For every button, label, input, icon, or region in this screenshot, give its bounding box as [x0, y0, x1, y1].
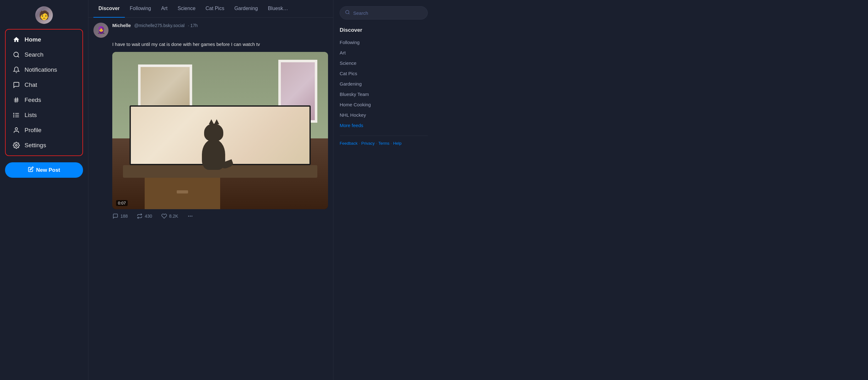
post-author-handle: @michelle275.bsky.social	[134, 23, 185, 28]
more-feeds-link[interactable]: More feeds	[340, 120, 428, 130]
profile-icon	[12, 126, 20, 134]
feed-item-gardening[interactable]: Gardening	[340, 79, 428, 89]
feed-item-catpics[interactable]: Cat Pics	[340, 68, 428, 79]
sidebar-item-label-profile: Profile	[25, 127, 41, 134]
search-icon-right	[345, 10, 350, 16]
svg-point-15	[190, 215, 191, 216]
terms-link[interactable]: Terms	[378, 141, 389, 146]
sidebar-item-notifications[interactable]: Notifications	[8, 62, 80, 78]
repost-button[interactable]: 430	[136, 213, 152, 219]
post-container: 🧕 Michelle @michelle275.bsky.social · 17…	[88, 18, 333, 228]
tab-art[interactable]: Art	[156, 0, 172, 18]
svg-line-4	[15, 97, 16, 103]
tab-bluesky[interactable]: Bluesk…	[263, 0, 293, 18]
comment-count: 188	[120, 213, 128, 218]
tab-gardening[interactable]: Gardening	[229, 0, 263, 18]
post-image[interactable]: 0:07	[112, 52, 328, 209]
privacy-link[interactable]: Privacy	[361, 141, 375, 146]
more-button[interactable]	[187, 213, 193, 219]
feed-label-nhl-hockey: NHL Hockey	[340, 112, 366, 118]
sidebar-item-feeds[interactable]: Feeds	[8, 92, 80, 108]
comment-icon	[112, 213, 119, 219]
svg-point-11	[13, 117, 14, 117]
cat-ear-right	[214, 119, 219, 124]
sidebar-item-label-chat: Chat	[25, 82, 37, 88]
repost-icon	[136, 213, 143, 219]
avatar[interactable]: 🧑	[35, 6, 53, 24]
more-icon	[187, 213, 193, 219]
heart-icon	[161, 213, 167, 219]
sidebar-item-settings[interactable]: Settings	[8, 138, 80, 153]
tab-discover-label: Discover	[98, 6, 120, 11]
new-post-button[interactable]: New Post	[5, 162, 83, 178]
tab-gardening-label: Gardening	[234, 6, 258, 11]
cabinet-handle	[177, 190, 188, 194]
tab-science-label: Science	[178, 6, 196, 11]
feed-label-science: Science	[340, 60, 356, 66]
svg-point-13	[16, 144, 17, 146]
sidebar-item-label-home: Home	[25, 36, 41, 43]
video-timestamp: 0:07	[116, 200, 128, 206]
feed-item-art[interactable]: Art	[340, 48, 428, 58]
tab-following[interactable]: Following	[125, 0, 156, 18]
feed-label-bluesky-team: Bluesky Team	[340, 91, 369, 97]
svg-point-17	[346, 10, 349, 14]
hash-icon	[12, 96, 20, 104]
sidebar-item-label-lists: Lists	[25, 112, 37, 119]
feeds-section: Discover Following Art Science Cat Pics …	[340, 27, 428, 130]
feed-label-catpics: Cat Pics	[340, 71, 357, 76]
svg-line-5	[17, 97, 18, 103]
feed-item-bluesky-team[interactable]: Bluesky Team	[340, 89, 428, 99]
lists-icon	[12, 111, 20, 119]
svg-point-10	[13, 115, 14, 115]
feed-item-science[interactable]: Science	[340, 58, 428, 68]
feedback-link[interactable]: Feedback	[340, 141, 358, 146]
search-box[interactable]	[340, 6, 428, 20]
feeds-title: Discover	[340, 27, 428, 33]
compose-icon	[28, 167, 34, 174]
search-input[interactable]	[353, 10, 422, 16]
tab-catpics[interactable]: Cat Pics	[200, 0, 229, 18]
feed-label-home-cooking: Home Cooking	[340, 102, 371, 107]
svg-line-18	[348, 13, 349, 14]
like-count: 8.2K	[169, 213, 178, 218]
chat-icon	[12, 81, 20, 89]
bell-icon	[12, 66, 20, 74]
more-feeds-label: More feeds	[340, 123, 363, 128]
nav-menu: Home Search Notifications	[5, 29, 83, 156]
cat-silhouette	[194, 126, 233, 170]
tab-following-label: Following	[130, 6, 151, 11]
svg-point-0	[14, 52, 19, 57]
like-button[interactable]: 8.2K	[161, 213, 178, 219]
sidebar-item-profile[interactable]: Profile	[8, 123, 80, 138]
sidebar-item-label-notifications: Notifications	[25, 66, 57, 73]
sidebar-item-home[interactable]: Home	[8, 32, 80, 47]
sidebar-item-label-settings: Settings	[25, 142, 46, 149]
post-time: 17h	[190, 23, 197, 28]
tab-catpics-label: Cat Pics	[206, 6, 224, 11]
post-actions: 188 430 8.2K	[93, 209, 328, 223]
feed-label-gardening: Gardening	[340, 81, 362, 87]
video-player[interactable]: 0:07	[112, 52, 328, 209]
svg-point-16	[191, 215, 192, 216]
tab-discover[interactable]: Discover	[93, 0, 125, 18]
sidebar-item-chat[interactable]: Chat	[8, 78, 80, 92]
sidebar-item-lists[interactable]: Lists	[8, 108, 80, 123]
tab-bluesky-label: Bluesk…	[268, 6, 288, 11]
comment-button[interactable]: 188	[112, 213, 128, 219]
post-header: 🧕 Michelle @michelle275.bsky.social · 17…	[93, 23, 328, 38]
feed-item-nhl-hockey[interactable]: NHL Hockey	[340, 110, 428, 120]
feed-item-following[interactable]: Following	[340, 37, 428, 48]
feed-item-home-cooking[interactable]: Home Cooking	[340, 99, 428, 110]
sidebar-item-label-search: Search	[25, 51, 43, 58]
feed-label-following: Following	[340, 40, 360, 45]
cat-head	[204, 124, 224, 141]
post-author-avatar[interactable]: 🧕	[93, 23, 108, 38]
post-text: I have to wait until my cat is done with…	[93, 41, 328, 48]
sidebar: 🧑 Home Search Notific	[0, 0, 88, 380]
help-link[interactable]: Help	[393, 141, 402, 146]
sidebar-item-search[interactable]: Search	[8, 47, 80, 62]
main-content: Discover Following Art Science Cat Pics …	[88, 0, 333, 380]
tab-science[interactable]: Science	[173, 0, 200, 18]
feed-label-art: Art	[340, 50, 346, 55]
